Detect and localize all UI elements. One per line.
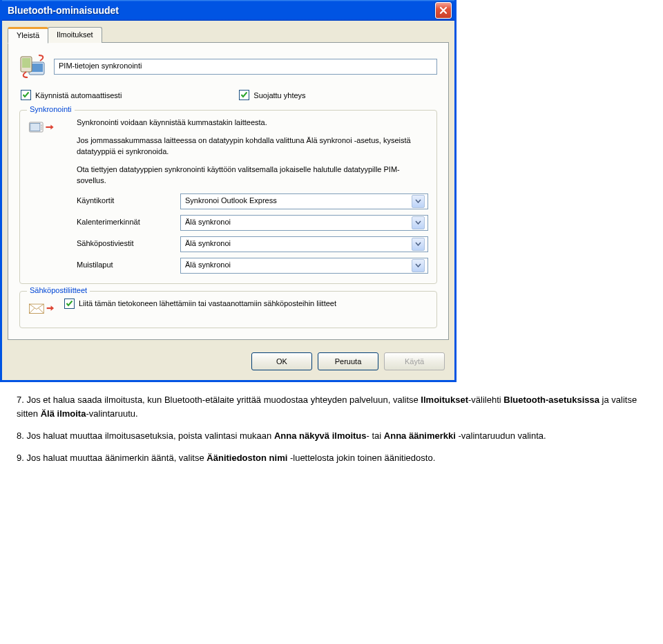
- close-icon: [439, 6, 448, 15]
- checkbox-secure-connection[interactable]: [239, 90, 249, 100]
- label-secure-connection: Suojattu yhteys: [253, 91, 305, 100]
- label-business-cards: Käyntikortit: [77, 196, 180, 207]
- group-sync-legend: Synkronointi: [27, 105, 75, 113]
- group-email-attachments: Sähköpostiliitteet Liitä tämän tietokone…: [19, 291, 437, 328]
- bluetooth-properties-dialog: Bluetooth-ominaisuudet Yleistä Ilmoituks…: [0, 0, 457, 382]
- select-business-cards[interactable]: Synkronoi Outlook Express: [180, 193, 428, 209]
- check-icon: [22, 91, 30, 99]
- cancel-button[interactable]: Peruuta: [318, 352, 378, 370]
- service-name-field[interactable]: PIM-tietojen synkronointi: [54, 59, 437, 75]
- tab-general[interactable]: Yleistä: [8, 27, 48, 44]
- select-email[interactable]: Älä synkronoi: [180, 236, 428, 252]
- step-9: 9. Jos haluat muuttaa äänimerkin ääntä, …: [17, 451, 646, 465]
- tabstrip: Yleistä Ilmoitukset: [2, 21, 454, 42]
- chevron-down-icon: [412, 259, 425, 272]
- checkbox-auto-start[interactable]: [21, 90, 31, 100]
- tab-notifications[interactable]: Ilmoitukset: [48, 27, 102, 43]
- chevron-down-icon: [412, 195, 425, 208]
- svg-point-8: [41, 129, 41, 129]
- label-email: Sähköpostiviestit: [77, 238, 180, 249]
- chevron-down-icon: [412, 238, 425, 251]
- window-title: Bluetooth-ominaisuudet: [8, 5, 435, 16]
- titlebar: Bluetooth-ominaisuudet: [2, 0, 454, 21]
- pda-sync-icon: [28, 117, 55, 137]
- svg-rect-3: [22, 58, 30, 68]
- ok-button[interactable]: OK: [251, 352, 312, 370]
- close-button[interactable]: [435, 2, 452, 19]
- pim-sync-icon: [19, 54, 47, 79]
- label-auto-start: Käynnistä automaattisesti: [35, 91, 122, 100]
- check-icon: [240, 91, 248, 99]
- select-notes[interactable]: Älä synkronoi: [180, 258, 428, 274]
- tab-pane-general: PIM-tietojen synkronointi Käynnistä auto…: [8, 42, 449, 340]
- label-notes: Muistilaput: [77, 260, 180, 271]
- sync-info-1: Synkronointi voidaan käynnistää kummasta…: [77, 117, 428, 129]
- step-7: 7. Jos et halua saada ilmoitusta, kun Bl…: [17, 393, 646, 421]
- chevron-down-icon: [412, 216, 425, 229]
- group-attach-legend: Sähköpostiliitteet: [27, 286, 90, 294]
- checkbox-include-attachments[interactable]: [64, 299, 75, 309]
- envelope-icon: [28, 299, 56, 318]
- sync-info-2: Jos jommassakummassa laitteessa on datat…: [77, 135, 428, 158]
- apply-button: Käytä: [384, 352, 445, 370]
- step-8: 8. Jos haluat muuttaa ilmoitusasetuksia,…: [17, 429, 646, 443]
- svg-rect-5: [30, 123, 40, 131]
- dialog-button-row: OK Peruuta Käytä: [2, 345, 454, 380]
- select-calendar[interactable]: Älä synkronoi: [180, 215, 428, 231]
- label-include-attachments: Liitä tämän tietokoneen lähettämiin tai …: [79, 299, 336, 309]
- svg-rect-1: [30, 64, 43, 72]
- svg-point-6: [41, 124, 41, 125]
- svg-point-7: [41, 126, 41, 127]
- check-icon: [66, 300, 73, 307]
- document-instructions: 7. Jos et halua saada ilmoitusta, kun Bl…: [0, 382, 663, 495]
- group-synchronization: Synkronointi Synkronointi voidaan käynni…: [19, 110, 437, 284]
- label-calendar: Kalenterimerkinnät: [77, 217, 180, 228]
- sync-info-3: Ota tiettyjen datatyyppien synkronointi …: [77, 164, 428, 187]
